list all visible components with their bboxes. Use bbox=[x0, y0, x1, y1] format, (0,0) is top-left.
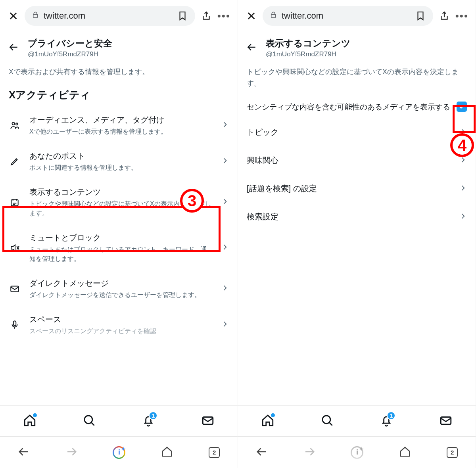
twitter-bottom-nav: 1 bbox=[0, 405, 238, 436]
browser-bottom-bar: i✦ 2 bbox=[238, 436, 476, 468]
content-icon bbox=[9, 197, 21, 207]
microphone-icon bbox=[9, 320, 21, 330]
close-icon[interactable]: ✕ bbox=[245, 9, 257, 23]
setting-row-search-settings[interactable]: 検索設定 bbox=[238, 203, 476, 231]
svg-point-5 bbox=[84, 415, 92, 423]
browser-top-bar: ✕ twitter.com ••• bbox=[0, 0, 238, 32]
browser-ai-icon[interactable]: i✦ bbox=[113, 446, 125, 459]
share-icon[interactable] bbox=[201, 11, 212, 21]
section-title: Xアクティビティ bbox=[0, 84, 238, 107]
browser-back-icon[interactable] bbox=[256, 446, 268, 459]
browser-forward-icon[interactable] bbox=[65, 446, 77, 459]
row-title: スペース bbox=[29, 314, 212, 325]
row-sub: ミュートまたはブロックしているアカウント、キーワード、通知を管理します。 bbox=[29, 245, 212, 264]
svg-point-7 bbox=[322, 415, 330, 423]
left-screenshot: ✕ twitter.com ••• プライバシーと安全 @1mUoYf5RmdZ… bbox=[0, 0, 238, 468]
row-title: ミュートとブロック bbox=[29, 232, 212, 243]
chevron-right-icon bbox=[459, 184, 467, 194]
row-sub: トピックや興味関心などの設定に基づいてXの表示内容を決定します。 bbox=[29, 199, 212, 218]
row-sub: ポストに関連する情報を管理します。 bbox=[29, 163, 212, 173]
row-title: 表示するコンテンツ bbox=[29, 187, 212, 198]
chevron-right-icon bbox=[221, 157, 229, 166]
page-title: プライバシーと安全 bbox=[28, 37, 112, 50]
chevron-right-icon bbox=[459, 212, 467, 222]
browser-forward-icon[interactable] bbox=[303, 446, 315, 459]
settings-list: センシティブな内容を含む可能性のあるメディアを表示する トピック 興味関心 [話… bbox=[238, 96, 476, 405]
page-description: トピックや興味関心などの設定に基づいてXの表示内容を決定します。 bbox=[238, 62, 476, 96]
address-bar[interactable]: twitter.com bbox=[25, 6, 195, 26]
browser-ai-icon[interactable]: i✦ bbox=[351, 446, 363, 459]
right-screenshot: ✕ twitter.com ••• 表示するコンテンツ @1mUoYf5RmdZ… bbox=[238, 0, 476, 468]
setting-row-audience[interactable]: オーディエンス、メディア、タグ付け Xで他のユーザーに表示する情報を管理します。 bbox=[0, 107, 238, 144]
nav-home-icon[interactable] bbox=[261, 414, 274, 429]
more-icon[interactable]: ••• bbox=[217, 10, 230, 22]
nav-notifications-icon[interactable]: 1 bbox=[142, 414, 155, 429]
row-title: あなたのポスト bbox=[29, 151, 212, 161]
more-icon[interactable]: ••• bbox=[455, 10, 468, 22]
row-title: センシティブな内容を含む可能性のあるメディアを表示する bbox=[247, 101, 452, 113]
setting-row-mute[interactable]: ミュートとブロック ミュートまたはブロックしているアカウント、キーワード、通知を… bbox=[0, 225, 238, 271]
browser-tabs-icon[interactable]: 2 bbox=[447, 447, 458, 458]
setting-row-sensitive-media[interactable]: センシティブな内容を含む可能性のあるメディアを表示する bbox=[238, 96, 476, 118]
nav-notifications-icon[interactable]: 1 bbox=[380, 414, 393, 429]
chevron-right-icon bbox=[221, 284, 229, 293]
nav-search-icon[interactable] bbox=[321, 414, 334, 429]
unread-dot bbox=[271, 413, 275, 417]
checkbox-checked-icon[interactable] bbox=[457, 102, 467, 112]
chevron-right-icon bbox=[221, 320, 229, 330]
browser-home-icon[interactable] bbox=[161, 446, 173, 459]
bookmark-icon[interactable] bbox=[177, 11, 188, 21]
nav-search-icon[interactable] bbox=[83, 414, 96, 429]
setting-row-interests[interactable]: 興味関心 bbox=[238, 146, 476, 175]
setting-row-content[interactable]: 表示するコンテンツ トピックや興味関心などの設定に基づいてXの表示内容を決定しま… bbox=[0, 180, 238, 225]
browser-home-icon[interactable] bbox=[399, 446, 411, 459]
row-sub: Xで他のユーザーに表示する情報を管理します。 bbox=[29, 127, 212, 136]
bookmark-icon[interactable] bbox=[415, 11, 426, 21]
address-bar[interactable]: twitter.com bbox=[263, 6, 433, 26]
back-arrow-icon[interactable] bbox=[9, 42, 19, 54]
chevron-right-icon bbox=[221, 121, 229, 130]
lock-icon bbox=[270, 12, 277, 20]
page-header: 表示するコンテンツ @1mUoYf5RmdZR79H bbox=[238, 32, 476, 62]
notification-badge: 1 bbox=[149, 411, 157, 420]
row-title: ダイレクトメッセージ bbox=[29, 278, 212, 289]
svg-rect-8 bbox=[441, 417, 451, 424]
setting-row-explore-settings[interactable]: [話題を検索] の設定 bbox=[238, 175, 476, 203]
svg-rect-4 bbox=[13, 321, 16, 326]
nav-home-icon[interactable] bbox=[23, 414, 36, 429]
page-handle: @1mUoYf5RmdZR79H bbox=[266, 50, 351, 58]
row-sub: ダイレクトメッセージを送信できるユーザーを管理します。 bbox=[29, 290, 212, 300]
share-icon[interactable] bbox=[439, 11, 450, 21]
page-description: Xで表示および共有する情報を管理します。 bbox=[0, 62, 238, 84]
row-title: オーディエンス、メディア、タグ付け bbox=[29, 115, 212, 125]
close-icon[interactable]: ✕ bbox=[7, 9, 19, 23]
url-text: twitter.com bbox=[282, 11, 410, 21]
back-arrow-icon[interactable] bbox=[247, 42, 257, 54]
envelope-icon bbox=[9, 284, 21, 294]
setting-row-posts[interactable]: あなたのポスト ポストに関連する情報を管理します。 bbox=[0, 144, 238, 180]
svg-point-0 bbox=[12, 123, 15, 125]
unread-dot bbox=[33, 413, 37, 417]
setting-row-topics[interactable]: トピック bbox=[238, 118, 476, 146]
svg-point-1 bbox=[16, 123, 18, 125]
row-sub: スペースのリスニングアクティビティを確認 bbox=[29, 326, 212, 336]
setting-row-dm[interactable]: ダイレクトメッセージ ダイレクトメッセージを送信できるユーザーを管理します。 bbox=[0, 271, 238, 307]
page-handle: @1mUoYf5RmdZR79H bbox=[28, 50, 112, 58]
browser-bottom-bar: i✦ 2 bbox=[0, 436, 238, 468]
browser-top-bar: ✕ twitter.com ••• bbox=[238, 0, 476, 32]
row-title: [話題を検索] の設定 bbox=[247, 183, 317, 194]
setting-row-spaces[interactable]: スペース スペースのリスニングアクティビティを確認 bbox=[0, 307, 238, 338]
url-text: twitter.com bbox=[44, 11, 172, 21]
chevron-right-icon bbox=[459, 128, 467, 137]
browser-back-icon[interactable] bbox=[18, 446, 30, 459]
row-title: 興味関心 bbox=[247, 155, 278, 166]
notification-badge: 1 bbox=[387, 411, 395, 420]
svg-rect-3 bbox=[11, 286, 19, 292]
nav-messages-icon[interactable] bbox=[201, 414, 215, 429]
svg-rect-6 bbox=[203, 417, 213, 424]
chevron-right-icon bbox=[221, 198, 229, 207]
browser-tabs-icon[interactable]: 2 bbox=[209, 447, 220, 458]
chevron-right-icon bbox=[221, 243, 229, 253]
nav-messages-icon[interactable] bbox=[439, 414, 453, 429]
scroll-fade bbox=[0, 389, 238, 405]
